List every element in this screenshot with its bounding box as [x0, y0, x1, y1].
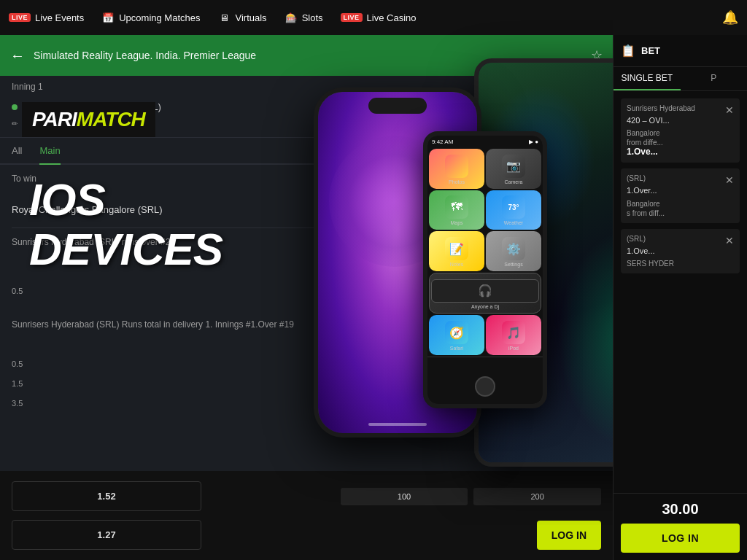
- slots-icon: 🎰: [285, 12, 298, 23]
- upcoming-matches-label: Upcoming Matches: [119, 12, 200, 23]
- log-in-button[interactable]: LOG IN: [537, 521, 601, 550]
- sub-val-3_5: 3.5: [12, 399, 565, 408]
- betslip-item2-fromdiff: s from diff...: [627, 209, 725, 217]
- sub-row-0_5-over20: 0.5 1.91: [12, 271, 601, 311]
- sub-section-over20-title: Sunrisers Hyderabad (SRL) runs over #20: [12, 237, 601, 247]
- betslip-item2-title: (SRL): [627, 174, 725, 182]
- bet-row-rcb: Royal Challengers Bangalore (SRL) 2.70 S…: [12, 191, 601, 228]
- tab-main[interactable]: Main: [39, 138, 60, 165]
- sub-odds-0_5-19: 1.14: [565, 358, 601, 369]
- over19-label: Over: [549, 341, 565, 349]
- tab-all[interactable]: All: [12, 138, 22, 165]
- match-header: ← Simulated Reality League. India. Premi…: [0, 35, 613, 76]
- bet-team-rcb: Royal Challengers Bangalore (SRL): [12, 204, 460, 215]
- betslip-tab-single[interactable]: SINGLE BET: [614, 67, 681, 90]
- monitor-icon: 🖥: [218, 12, 231, 23]
- nav-upcoming-matches[interactable]: 📅 Upcoming Matches: [101, 12, 200, 23]
- back-button[interactable]: ←: [10, 47, 25, 64]
- sub-odds-1_5: 2.42: [565, 378, 601, 389]
- betslip-icon: 📋: [621, 44, 635, 58]
- betslip-item1-srl: Bangalore: [627, 129, 725, 137]
- favorite-star-icon[interactable]: ☆: [591, 47, 603, 63]
- betslip-odd-1: 1.Ove...: [627, 147, 658, 157]
- team-dot-rcb: [12, 104, 18, 110]
- sub-section-over19-title: Sunrisers Hyderabad (SRL) Runs total in …: [12, 319, 601, 330]
- right-panel-header: 📋 BET: [614, 35, 747, 67]
- slots-label: Slots: [302, 12, 323, 23]
- bottom-bet-area: 1.52 100 200 1.27 LOG IN: [0, 471, 613, 560]
- live-badge: LIVE: [9, 13, 31, 22]
- betting-panel: ← Simulated Reality League. India. Premi…: [0, 35, 613, 560]
- betslip-item1-title: Sunrisers Hyderabad: [627, 104, 725, 112]
- innings-section: Inning 1 1 T Royal Challengers Bangalore…: [0, 76, 613, 138]
- right-panel-login-button[interactable]: LOG IN: [621, 524, 740, 553]
- calendar-icon: 📅: [101, 12, 115, 23]
- sub-row-0_5-over19: 0.5 1.14: [12, 354, 601, 373]
- bet-btn-152[interactable]: 1.52: [12, 481, 201, 511]
- team-row-rcb: Royal Challengers Bangalore (SRL) 0/0 0: [12, 99, 601, 115]
- to-win-label: To win: [12, 174, 601, 184]
- top-navigation: LIVE Live Events 📅 Upcoming Matches 🖥 Vi…: [0, 0, 747, 35]
- team-pencil-icon: ✏: [12, 120, 18, 128]
- amount-btn-100[interactable]: 100: [341, 488, 468, 505]
- sub-section-over20: Sunrisers Hyderabad (SRL) runs over #20 …: [12, 237, 601, 311]
- betslip-item-2: (SRL) 1.Over... Bangalore s from diff...…: [621, 168, 740, 222]
- sub-val-0_5: 0.5: [12, 287, 470, 295]
- innings-col-1: 1: [528, 85, 550, 93]
- innings-label: Inning 1: [12, 82, 43, 92]
- betslip-item3-title: (SRL): [627, 235, 725, 243]
- team-name-rcb: Royal Challengers Bangalore (SRL): [12, 102, 161, 112]
- betting-content: To win Royal Challengers Bangalore (SRL)…: [0, 165, 613, 421]
- rcb-total: 0: [579, 102, 601, 112]
- team-row-srh: ✏ Sunrisers: [12, 115, 601, 131]
- bottom-row-1: 1.52 100 200: [12, 477, 601, 516]
- nav-live-events[interactable]: LIVE Live Events: [9, 12, 84, 23]
- team-rcb-label: Royal Challengers Bangalore (SRL): [22, 102, 161, 112]
- betslip-item2-srl: Bangalore: [627, 200, 725, 208]
- team-name-srh: ✏ Sunrisers: [12, 118, 59, 128]
- betslip-close-1-icon[interactable]: ✕: [725, 104, 734, 116]
- betslip-content: Sunrisers Hyderabad 420 – OVI... Bangalo…: [614, 91, 747, 493]
- sub-val-0_5-19: 0.5: [12, 359, 565, 368]
- betslip-item3-srl: SERS HYDER: [627, 260, 725, 268]
- sub-row-over19-header: Over: [12, 337, 601, 354]
- sub-row-over: Over: [12, 254, 601, 271]
- betslip-odds-row-1: 1.Ove...: [627, 147, 734, 157]
- betslip-item1-desc: 420 – OVI...: [627, 115, 725, 126]
- virtuals-label: Virtuals: [236, 12, 267, 23]
- betslip-item3-desc: 1.Ove...: [627, 246, 725, 257]
- betslip-tab-p[interactable]: P: [681, 67, 748, 90]
- match-title: Simulated Reality League. India. Premier…: [34, 50, 582, 61]
- odds-btn-191[interactable]: 1.91: [470, 276, 601, 306]
- betslip-close-2-icon[interactable]: ✕: [725, 174, 734, 186]
- over-label: Over: [549, 259, 565, 267]
- sub-val-1_5: 1.5: [12, 379, 565, 388]
- bet-button-srh[interactable]: Sunrisers Hyd...: [514, 198, 601, 220]
- nav-virtuals[interactable]: 🖥 Virtuals: [218, 12, 267, 23]
- amount-btn-200[interactable]: 200: [473, 488, 601, 505]
- betslip-close-3-icon[interactable]: ✕: [725, 235, 734, 246]
- live-casino-label: Live Casino: [367, 12, 417, 23]
- bet-btn-127[interactable]: 1.27: [12, 520, 201, 550]
- main-content: ← Simulated Reality League. India. Premi…: [0, 35, 747, 560]
- nav-live-casino[interactable]: LIVE Live Casino: [341, 12, 417, 23]
- betslip-item2-desc: 1.Over...: [627, 185, 725, 196]
- sub-row-1_5: 1.5 2.42: [12, 373, 601, 393]
- team-srh-label: Sunrisers: [22, 118, 59, 128]
- total-amount: 30.00: [621, 501, 740, 518]
- innings-col-t: T: [579, 85, 601, 93]
- bet-odds-rcb: 2.70: [460, 204, 496, 215]
- betslip-item-1: Sunrisers Hyderabad 420 – OVI... Bangalo…: [621, 98, 740, 163]
- bottom-row-2: 1.27 LOG IN: [12, 516, 601, 554]
- nav-slots[interactable]: 🎰 Slots: [285, 12, 323, 23]
- sub-section-over19: Sunrisers Hyderabad (SRL) Runs total in …: [12, 319, 601, 413]
- sub-row-3_5: 3.5 3.50: [12, 393, 601, 413]
- right-panel: 📋 BET SINGLE BET P Sunrisers Hyderabad 4…: [613, 35, 747, 560]
- betslip-item-3: (SRL) 1.Ove... SERS HYDER ✕: [621, 229, 740, 273]
- live-badge-casino: LIVE: [341, 13, 363, 22]
- right-panel-bottom: 30.00 LOG IN: [614, 493, 747, 560]
- betslip-item1-fromdiff: from diffe...: [627, 139, 725, 147]
- notification-bell-icon[interactable]: 🔔: [722, 9, 738, 26]
- betting-tabs: All Main: [0, 138, 613, 165]
- rcb-score: 0/0: [528, 102, 550, 112]
